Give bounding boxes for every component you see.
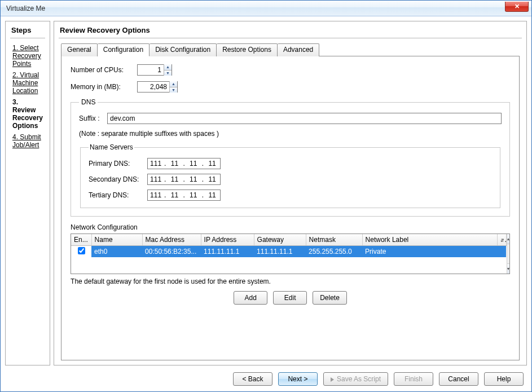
secondary-dns-input[interactable]: . . . <box>147 174 221 185</box>
name-servers-legend: Name Servers <box>89 143 134 151</box>
main-content: General Configuration Disk Configuration… <box>54 38 526 365</box>
gateway-hint: The default gateway for the first node i… <box>71 278 510 285</box>
tertiary-dns-octet-1[interactable] <box>149 191 162 199</box>
row-gateway: 111.11.11.1 <box>254 245 306 257</box>
secondary-dns-label: Secondary DNS: <box>89 175 147 183</box>
memory-up-button[interactable]: ▲ <box>170 81 177 87</box>
tertiary-dns-octet-4[interactable] <box>205 191 219 199</box>
cpu-input[interactable] <box>138 65 164 75</box>
row-name: eth0 <box>91 245 142 257</box>
delete-button[interactable]: Delete <box>313 291 347 305</box>
tab-panel-configuration: Number of CPUs: ▲ ▼ Memory in (MB): <box>61 56 520 360</box>
cancel-button[interactable]: Cancel <box>439 372 478 386</box>
network-table: En... Name Mac Address IP Address Gatewa… <box>71 234 507 257</box>
secondary-dns-octet-4[interactable] <box>205 175 219 183</box>
secondary-dns-octet-2[interactable] <box>168 175 181 183</box>
dns-legend: DNS <box>79 98 98 106</box>
chevron-double-down-icon: ⇵ <box>500 236 507 244</box>
table-header-row: En... Name Mac Address IP Address Gatewa… <box>71 234 506 245</box>
col-enabled[interactable]: En... <box>71 234 91 245</box>
main-panel: Review Recovery Options General Configur… <box>54 21 527 365</box>
window: Virtualize Me ✕ Steps 1. Select Recovery… <box>0 0 532 392</box>
save-icon <box>331 377 334 382</box>
col-network-label[interactable]: Network Label <box>362 234 497 245</box>
tertiary-dns-label: Tertiary DNS: <box>89 191 147 199</box>
tab-advanced[interactable]: Advanced <box>278 43 319 56</box>
secondary-dns-octet-3[interactable] <box>187 175 200 183</box>
dns-group: DNS Suffix : (Note : separate multiple s… <box>71 98 510 217</box>
network-config-label: Network Configuration <box>71 223 510 231</box>
cpu-row: Number of CPUs: ▲ ▼ <box>71 64 510 76</box>
row-mac: 00:50:56:B2:35... <box>142 245 201 257</box>
primary-dns-label: Primary DNS: <box>89 160 147 168</box>
tab-disk-configuration[interactable]: Disk Configuration <box>150 43 217 56</box>
dns-suffix-note: (Note : separate multiple suffixes with … <box>79 130 502 138</box>
memory-down-button[interactable]: ▼ <box>170 87 177 93</box>
tab-general[interactable]: General <box>61 43 98 56</box>
row-enabled-checkbox[interactable] <box>78 247 85 254</box>
wizard-footer: < Back Next > Save As Script Finish Canc… <box>5 370 527 386</box>
table-scrollbar[interactable]: ▴ ▾ <box>507 234 509 274</box>
column-picker-button[interactable]: ⇵ <box>497 234 506 245</box>
primary-dns-input[interactable]: . . . <box>147 158 221 169</box>
network-table-wrap: En... Name Mac Address IP Address Gatewa… <box>71 234 510 274</box>
primary-dns-row: Primary DNS: . . . <box>89 158 492 169</box>
dns-suffix-row: Suffix : <box>79 113 502 124</box>
col-ip[interactable]: IP Address <box>201 234 254 245</box>
dns-suffix-input[interactable] <box>107 113 502 124</box>
col-gateway[interactable]: Gateway <box>254 234 306 245</box>
tertiary-dns-octet-3[interactable] <box>187 191 200 199</box>
primary-dns-octet-4[interactable] <box>205 160 219 168</box>
add-button[interactable]: Add <box>234 291 267 305</box>
steps-heading: Steps <box>6 21 50 38</box>
scroll-track[interactable] <box>507 244 509 263</box>
memory-input[interactable] <box>138 82 169 92</box>
tertiary-dns-octet-2[interactable] <box>168 191 181 199</box>
step-submit-job[interactable]: 4. Submit Job/Alert <box>12 133 43 149</box>
finish-button: Finish <box>394 372 433 386</box>
titlebar: Virtualize Me ✕ <box>1 1 531 16</box>
col-name[interactable]: Name <box>91 234 142 245</box>
step-select-recovery-points[interactable]: 1. Select Recovery Points <box>12 44 43 68</box>
save-as-script-label: Save As Script <box>337 375 381 383</box>
panels: Steps 1. Select Recovery Points 2. Virtu… <box>5 21 527 365</box>
tab-configuration[interactable]: Configuration <box>98 43 150 56</box>
col-netmask[interactable]: Netmask <box>306 234 362 245</box>
secondary-dns-row: Secondary DNS: . . . <box>89 174 492 185</box>
memory-spinner: ▲ ▼ <box>137 81 178 93</box>
window-title: Virtualize Me <box>6 5 45 12</box>
memory-label: Memory in (MB): <box>71 83 137 91</box>
primary-dns-octet-2[interactable] <box>168 160 181 168</box>
steps-panel: Steps 1. Select Recovery Points 2. Virtu… <box>5 21 50 365</box>
table-row[interactable]: eth0 00:50:56:B2:35... 111.11.11.1 111.1… <box>71 245 506 257</box>
next-button[interactable]: Next > <box>278 372 318 386</box>
main-heading: Review Recovery Options <box>54 21 526 38</box>
dns-suffix-label: Suffix : <box>79 114 107 122</box>
secondary-dns-octet-1[interactable] <box>149 175 162 183</box>
scroll-up-button[interactable]: ▴ <box>507 234 509 244</box>
back-button[interactable]: < Back <box>233 372 272 386</box>
edit-button[interactable]: Edit <box>273 291 307 305</box>
tab-restore-options[interactable]: Restore Options <box>217 43 278 56</box>
cpu-down-button[interactable]: ▼ <box>164 70 172 76</box>
row-netmask: 255.255.255.0 <box>306 245 362 257</box>
memory-row: Memory in (MB): ▲ ▼ <box>71 81 510 93</box>
tertiary-dns-input[interactable]: . . . <box>147 190 221 201</box>
cpu-up-button[interactable]: ▲ <box>164 64 172 70</box>
scroll-down-button[interactable]: ▾ <box>507 263 509 274</box>
close-button[interactable]: ✕ <box>505 2 529 12</box>
body: Steps 1. Select Recovery Points 2. Virtu… <box>1 16 531 391</box>
row-enabled-cell <box>71 245 91 257</box>
help-button[interactable]: Help <box>484 372 524 386</box>
step-review-options: 3. Review Recovery Options <box>12 98 43 130</box>
close-icon: ✕ <box>515 3 520 10</box>
name-servers-group: Name Servers Primary DNS: . . . <box>80 143 500 208</box>
col-mac[interactable]: Mac Address <box>142 234 201 245</box>
step-vm-location[interactable]: 2. Virtual Machine Location <box>12 71 43 95</box>
network-buttons: Add Edit Delete <box>71 291 510 305</box>
primary-dns-octet-1[interactable] <box>149 160 162 168</box>
steps-list: 1. Select Recovery Points 2. Virtual Mac… <box>6 38 50 155</box>
cpu-label: Number of CPUs: <box>71 66 137 74</box>
primary-dns-octet-3[interactable] <box>187 160 200 168</box>
cpu-spinner: ▲ ▼ <box>137 64 172 76</box>
